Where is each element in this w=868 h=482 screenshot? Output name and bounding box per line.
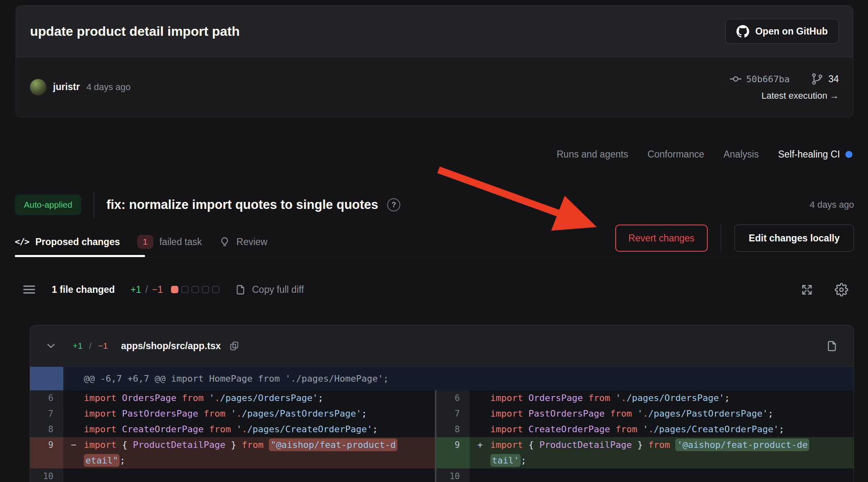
ratio-square <box>181 286 189 293</box>
commit-hash[interactable]: 50b667ba <box>746 74 790 84</box>
diff-filename: apps/shop/src/app.tsx <box>121 341 221 352</box>
diff-line-new-6: 6import OrdersPage from './pages/OrdersP… <box>436 390 854 406</box>
fix-actions: Revert changes Edit changes locally <box>615 223 854 253</box>
diff-marker <box>63 422 84 437</box>
additions-count: +1 <box>130 284 141 295</box>
ratio-square <box>212 286 219 293</box>
active-nav-dot <box>845 151 852 158</box>
line-number: 10 <box>436 468 470 482</box>
nav-item-self-healing-ci[interactable]: Self-healing CI <box>778 149 852 160</box>
open-on-github-button[interactable]: Open on GitHub <box>725 19 839 44</box>
diff-line-old-10: 10 <box>30 468 435 482</box>
code-text: import OrdersPage from './pages/OrdersPa… <box>84 390 435 406</box>
fix-title: fix: normalize import quotes to single q… <box>106 197 378 212</box>
avatar <box>30 79 46 95</box>
copy-filename-icon[interactable] <box>229 341 240 351</box>
lightbulb-icon <box>219 236 230 248</box>
fix-tabs: </> Proposed changes 1 failed task Revie… <box>15 229 268 255</box>
diff-line-old-8: 8import CreateOrderPage from './pages/Cr… <box>30 422 435 437</box>
tabs-divider <box>15 257 854 257</box>
diff-line-new-9: 9+import { ProductDetailPage } from '@ai… <box>436 437 854 468</box>
latest-execution-link[interactable]: Latest execution → <box>762 90 839 101</box>
diff-file-header: +1 / −1 apps/shop/src/app.tsx <box>30 325 854 367</box>
commit-card-header: update product detail import path Open o… <box>16 6 853 57</box>
diff-marker <box>470 468 490 482</box>
diff-marker <box>63 468 84 482</box>
branch-icon <box>811 73 823 85</box>
diff-line-new-10: 10 <box>436 468 854 482</box>
diff-line-old-6: 6import OrdersPage from './pages/OrdersP… <box>30 390 435 406</box>
copy-file-diff-icon[interactable] <box>825 340 838 352</box>
diff-line-new-8: 8import CreateOrderPage from './pages/Cr… <box>436 422 854 437</box>
tab-failed-task[interactable]: 1 failed task <box>137 235 202 249</box>
commit-icon <box>729 73 742 85</box>
tab-review[interactable]: Review <box>219 236 267 248</box>
code-text: import { ProductDetailPage } from "@aish… <box>84 437 435 468</box>
file-list-menu-icon[interactable] <box>22 284 36 295</box>
line-number: 10 <box>30 468 63 482</box>
code-text: import { ProductDetailPage } from '@aish… <box>490 437 854 468</box>
code-text: import OrdersPage from './pages/OrdersPa… <box>490 390 854 406</box>
diff-line-new-7: 7import PastOrdersPage from './pages/Pas… <box>436 406 854 422</box>
code-text: import PastOrdersPage from './pages/Past… <box>490 406 854 422</box>
diff-marker <box>470 406 490 422</box>
hunk-header-text: @@ -6,7 +6,7 @@ import HomePage from './… <box>84 373 389 384</box>
open-on-github-label: Open on GitHub <box>755 26 828 37</box>
line-number: 7 <box>436 406 470 422</box>
nav-item-runs-and-agents[interactable]: Runs and agents <box>557 149 628 160</box>
expand-icon[interactable] <box>801 283 813 296</box>
code-text: import CreateOrderPage from './pages/Cre… <box>490 422 854 437</box>
revert-changes-button[interactable]: Revert changes <box>615 225 708 252</box>
diff-marker <box>470 422 490 437</box>
nav-item-analysis[interactable]: Analysis <box>723 149 759 160</box>
top-nav: Runs and agents Conformance Analysis Sel… <box>557 145 853 164</box>
code-text: import CreateOrderPage from './pages/Cre… <box>84 422 435 437</box>
diff-line-old-9: 9−import { ProductDetailPage } from "@ai… <box>30 437 435 468</box>
commit-card: update product detail import path Open o… <box>16 5 853 117</box>
github-icon <box>736 25 749 38</box>
diff-marker <box>63 406 84 422</box>
files-changed-label: 1 file changed <box>52 284 115 295</box>
code-text <box>84 468 435 482</box>
diff-panel-old: 6import OrdersPage from './pages/OrdersP… <box>30 390 435 482</box>
diff-panel-new: 6import OrdersPage from './pages/OrdersP… <box>436 390 854 482</box>
diff-marker <box>63 390 84 406</box>
code-text: import PastOrdersPage from './pages/Past… <box>84 406 435 422</box>
commit-card-body: juristr 4 days ago 50b667ba 34 Latest ex… <box>16 57 853 117</box>
failed-count-badge: 1 <box>137 235 153 249</box>
chevron-down-icon[interactable] <box>46 341 56 351</box>
divider <box>94 191 94 218</box>
ratio-square <box>192 286 199 293</box>
hunk-header: @@ -6,7 +6,7 @@ import HomePage from './… <box>30 367 854 390</box>
divider <box>721 223 721 253</box>
hunk-gutter-block <box>30 367 63 390</box>
nav-item-conformance[interactable]: Conformance <box>647 149 704 160</box>
ratio-square <box>171 286 178 293</box>
branch-count[interactable]: 34 <box>828 74 839 85</box>
diff-marker: + <box>470 437 490 468</box>
line-number: 7 <box>30 406 63 422</box>
line-number: 6 <box>436 390 470 406</box>
line-number: 9 <box>436 437 470 468</box>
copy-full-diff-button[interactable]: Copy full diff <box>234 284 304 296</box>
help-icon[interactable]: ? <box>387 198 400 211</box>
edit-changes-locally-button[interactable]: Edit changes locally <box>734 225 854 252</box>
line-number: 8 <box>30 422 63 437</box>
diff-marker <box>470 390 490 406</box>
gear-icon[interactable] <box>835 283 848 297</box>
diff-toolbar: 1 file changed +1 / −1 Copy full diff <box>22 279 848 300</box>
fix-time: 4 days ago <box>810 199 854 210</box>
change-ratio-squares <box>171 286 219 293</box>
tab-proposed-changes[interactable]: </> Proposed changes <box>15 236 120 248</box>
ratio-square <box>202 286 209 293</box>
deletions-count: −1 <box>152 284 163 295</box>
line-number: 6 <box>30 390 63 406</box>
page: update product detail import path Open o… <box>0 0 868 482</box>
code-icon: </> <box>15 237 29 247</box>
diff-split-view: 6import OrdersPage from './pages/OrdersP… <box>30 390 854 482</box>
auto-applied-badge: Auto-applied <box>15 195 81 215</box>
fix-header-row: Auto-applied fix: normalize import quote… <box>15 190 854 220</box>
line-number: 8 <box>436 422 470 437</box>
line-number: 9 <box>30 437 63 468</box>
diff-line-old-7: 7import PastOrdersPage from './pages/Pas… <box>30 406 435 422</box>
